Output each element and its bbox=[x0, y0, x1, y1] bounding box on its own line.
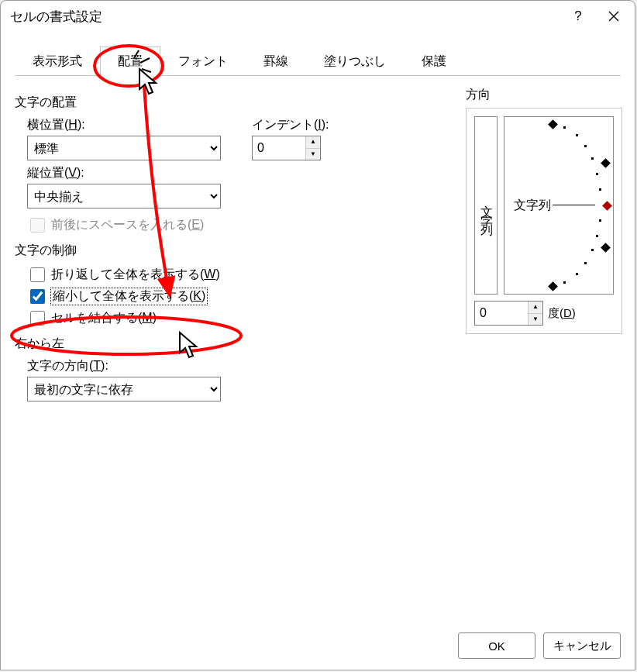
space-checkbox bbox=[30, 218, 45, 233]
ok-button[interactable]: OK bbox=[458, 632, 535, 659]
degree-spinner[interactable]: ▲ ▼ bbox=[474, 301, 543, 326]
orientation-needle bbox=[553, 205, 595, 205]
text-direction-combo[interactable]: 最初の文字に依存 bbox=[27, 377, 221, 401]
close-button[interactable] bbox=[596, 5, 632, 28]
merge-label: セルを結合する(M) bbox=[51, 310, 157, 326]
tab-number-format[interactable]: 表示形式 bbox=[15, 47, 100, 76]
merge-checkbox[interactable] bbox=[30, 311, 45, 326]
indent-down[interactable]: ▼ bbox=[306, 149, 320, 160]
horizontal-combo[interactable]: 標準 bbox=[27, 136, 221, 160]
group-rtl: 右から左 bbox=[15, 336, 458, 352]
dialog-footer: OK キャンセル bbox=[458, 632, 621, 659]
dialog-title: セルの書式設定 bbox=[10, 8, 560, 26]
text-direction-label: 文字の方向(T): bbox=[27, 358, 458, 374]
tab-protection[interactable]: 保護 bbox=[404, 47, 464, 76]
group-text-control: 文字の制御 bbox=[15, 243, 458, 259]
orientation-dial-label: 文字列 bbox=[514, 198, 551, 214]
alignment-panel: 文字の配置 横位置(H): 標準 bbox=[15, 87, 458, 406]
wrap-checkbox[interactable] bbox=[30, 267, 45, 282]
shrink-checkbox[interactable] bbox=[30, 289, 45, 304]
vertical-label: 縦位置(V): bbox=[27, 165, 221, 181]
horizontal-label: 横位置(H): bbox=[27, 117, 221, 133]
group-orientation: 方向 bbox=[466, 87, 621, 103]
cancel-button[interactable]: キャンセル bbox=[543, 632, 621, 659]
tab-fill[interactable]: 塗りつぶし bbox=[306, 47, 404, 76]
group-text-alignment: 文字の配置 bbox=[15, 95, 458, 111]
wrap-label: 折り返して全体を表示する(W) bbox=[51, 267, 220, 283]
tab-alignment[interactable]: 配置 bbox=[100, 47, 160, 76]
close-icon bbox=[608, 11, 619, 22]
titlebar: セルの書式設定 ? bbox=[1, 1, 635, 31]
degree-down[interactable]: ▼ bbox=[529, 314, 542, 326]
help-button[interactable]: ? bbox=[560, 5, 596, 28]
vertical-combo[interactable]: 中央揃え bbox=[27, 184, 221, 208]
shrink-label: 縮小して全体を表示する(K) bbox=[51, 288, 207, 305]
tab-font[interactable]: フォント bbox=[160, 47, 246, 76]
indent-label: インデント(I): bbox=[252, 117, 329, 133]
tab-strip: 表示形式 配置 フォント 罫線 塗りつぶし 保護 bbox=[15, 46, 621, 76]
degree-up[interactable]: ▲ bbox=[529, 302, 542, 314]
indent-spinner[interactable]: ▲ ▼ bbox=[252, 136, 321, 160]
degree-label: 度(D) bbox=[548, 306, 576, 321]
orientation-dial[interactable]: 文字列 bbox=[504, 116, 614, 295]
format-cells-dialog: セルの書式設定 ? 表示形式 配置 フォント 罫線 塗りつぶし 保護 文字の配置 bbox=[0, 0, 635, 670]
indent-input[interactable] bbox=[253, 136, 305, 160]
orientation-vertical-button[interactable]: 文字列 bbox=[474, 116, 498, 295]
orientation-panel: 方向 文字列 文字列 bbox=[458, 87, 621, 406]
degree-input[interactable] bbox=[475, 302, 528, 325]
indent-up[interactable]: ▲ bbox=[306, 136, 320, 149]
tab-border[interactable]: 罫線 bbox=[246, 47, 306, 76]
space-label: 前後にスペースを入れる(E) bbox=[51, 217, 204, 233]
